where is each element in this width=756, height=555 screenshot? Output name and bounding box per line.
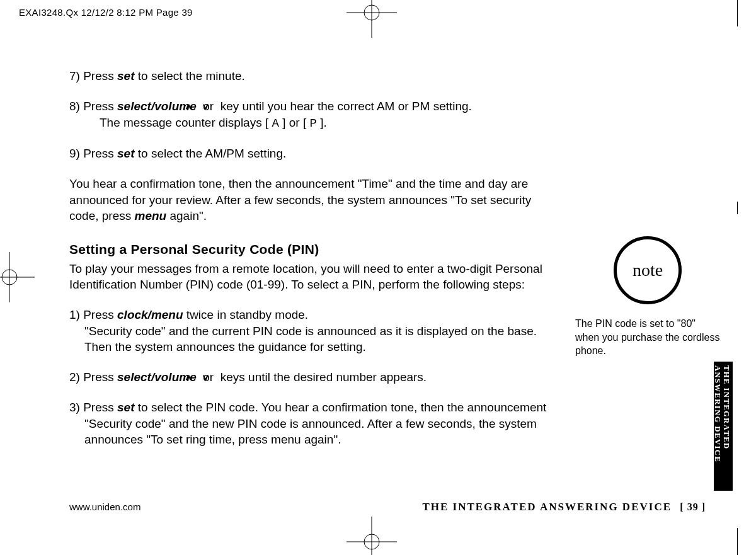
key-clock-menu: clock/menu — [117, 308, 183, 321]
pin-step-2: 2) Press select/volume ∧ or ∨ keys until… — [69, 369, 561, 386]
text: 3) Press — [69, 401, 117, 414]
text: 2) Press — [69, 370, 117, 384]
imprint-line: EXAI3248.Qx 12/12/2 8:12 PM Page 39 — [19, 7, 193, 18]
tab-line-2: ANSWERING DEVICE — [713, 365, 722, 462]
section-tab: THE INTEGRATED ANSWERING DEVICE — [714, 362, 733, 491]
registration-mark-left — [0, 252, 35, 302]
main-content: 7) Press set to select the minute. 8) Pr… — [69, 68, 561, 462]
footer-page-number: [ 39 ] — [680, 501, 706, 512]
registration-mark-bottom — [346, 517, 397, 555]
text: to select the minute. — [135, 69, 245, 83]
text: to select the AM/PM setting. — [135, 147, 287, 160]
footer-url: www.uniden.com — [69, 501, 140, 512]
step-8: 8) Press select/volume ∧ or ∨ key until … — [69, 98, 561, 132]
text: to select the PIN code. You hear a confi… — [84, 401, 546, 446]
text: 1) Press — [69, 308, 117, 321]
text: The message counter displays [ — [100, 116, 272, 129]
step-9: 9) Press set to select the AM/PM setting… — [69, 146, 561, 162]
text: key until you hear the correct AM or PM … — [220, 100, 472, 113]
note-icon: note — [614, 236, 682, 304]
text: 8) Press — [69, 100, 117, 113]
registration-mark-top — [346, 0, 397, 38]
note-label: note — [633, 260, 663, 280]
text: keys until the desired number appears. — [220, 370, 427, 384]
footer-title: THE INTEGRATED ANSWERING DEVICE — [422, 501, 672, 513]
text: 9) Press — [69, 147, 117, 160]
note-callout: note The PIN code is set to "80" when yo… — [575, 236, 720, 358]
note-text: The PIN code is set to "80" when you pur… — [575, 317, 720, 358]
display-a: A — [272, 117, 279, 130]
pin-intro: To play your messages from a remote loca… — [69, 261, 561, 293]
confirmation-paragraph: You hear a confirmation tone, then the a… — [69, 176, 561, 224]
trim-marks-right — [733, 0, 742, 555]
tab-line-1: THE INTEGRATED — [721, 365, 731, 450]
text: "Security code" and the current PIN code… — [84, 323, 561, 355]
text: ]. — [317, 116, 327, 129]
step-7: 7) Press set to select the minute. — [69, 68, 561, 84]
page-footer: www.uniden.com THE INTEGRATED ANSWERING … — [69, 501, 706, 513]
display-p: P — [310, 117, 317, 130]
key-menu: menu — [135, 209, 167, 222]
text: ] or [ — [279, 116, 310, 129]
text: twice in standby mode. — [183, 308, 309, 321]
key-set: set — [117, 69, 134, 83]
pin-step-1: 1) Press clock/menu twice in standby mod… — [69, 307, 561, 355]
section-heading-pin: Setting a Personal Security Code (PIN) — [69, 242, 561, 257]
pin-step-3: 3) Press set to select the PIN code. You… — [69, 399, 561, 448]
text: 7) Press — [69, 69, 117, 83]
text: again". — [166, 209, 207, 222]
key-set: set — [117, 147, 134, 160]
key-set: set — [117, 401, 134, 414]
